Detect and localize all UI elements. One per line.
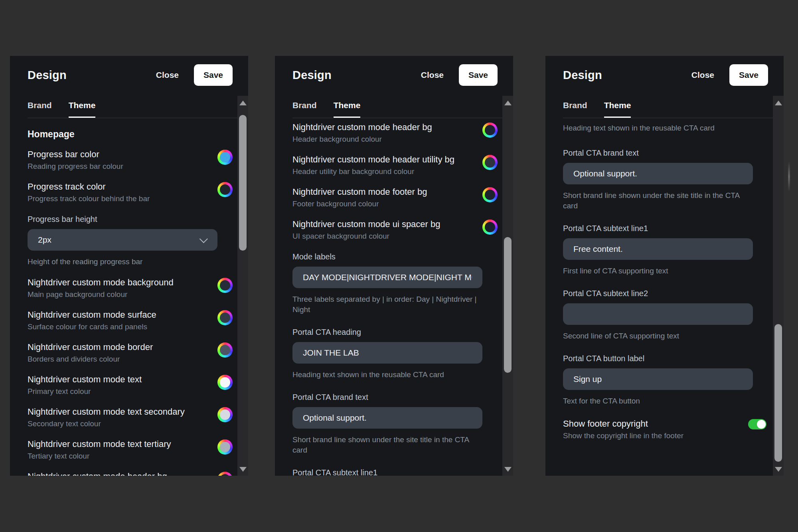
setting-title: Progress track color [28, 182, 217, 192]
field-label: Portal CTA subtext line1 [292, 467, 482, 476]
setting-row-nd-header-utility-bg: Nightdriver custom mode header utility b… [292, 154, 482, 176]
field-helper: Heading text shown in the reusable CTA c… [563, 123, 753, 133]
color-wheel-swatch[interactable] [217, 472, 233, 476]
tab-brand[interactable]: Brand [28, 101, 52, 118]
field-helper: Three labels separated by | in order: Da… [292, 294, 482, 315]
field-label: Portal CTA button label [563, 353, 753, 364]
color-wheel-swatch[interactable] [217, 182, 233, 197]
tab-bar: Brand Theme [28, 101, 248, 118]
setting-desc: Main page background colour [28, 290, 217, 299]
swatch-fill [220, 312, 230, 323]
field-label: Portal CTA subtext line1 [563, 223, 753, 233]
panel-header: Design Close Save [545, 56, 784, 86]
setting-group-progress-bar-height: Progress bar height 2px Height of the re… [28, 214, 217, 267]
setting-title: Nightdriver custom mode header bg [292, 122, 482, 133]
scrollbar-thumb[interactable] [774, 324, 782, 462]
swatch-fill [220, 152, 230, 162]
page-title: Design [292, 69, 332, 82]
color-wheel-swatch[interactable] [482, 220, 498, 235]
page-title: Design [563, 69, 602, 82]
save-button[interactable]: Save [459, 64, 498, 86]
portal-cta-subtext1-input[interactable] [563, 238, 753, 260]
close-button[interactable]: Close [691, 70, 714, 80]
swatch-fill [220, 409, 230, 420]
scroll-up-arrow-icon[interactable] [239, 101, 247, 105]
setting-title: Nightdriver custom mode text tertiary [28, 439, 217, 449]
color-wheel-swatch[interactable] [217, 407, 233, 422]
scroll-down-arrow-icon[interactable] [239, 467, 247, 472]
color-wheel-swatch[interactable] [217, 278, 233, 293]
progress-bar-height-select[interactable]: 2px [28, 229, 217, 251]
setting-desc: Secondary text colour [28, 419, 217, 429]
scrollbar-thumb[interactable] [504, 237, 512, 373]
color-wheel-swatch[interactable] [482, 187, 498, 202]
mode-labels-input[interactable] [292, 267, 482, 288]
portal-cta-subtext2-input[interactable] [563, 303, 753, 325]
setting-group-mode-labels: Mode labels Three labels separated by | … [292, 251, 482, 315]
scrollbar-thumb[interactable] [239, 115, 247, 251]
field-helper: Height of the reading progress bar [28, 257, 217, 267]
portal-cta-heading-input[interactable] [292, 342, 482, 364]
save-button[interactable]: Save [194, 64, 233, 86]
portal-cta-brand-text-input[interactable] [292, 407, 482, 429]
swatch-fill [220, 280, 230, 291]
swatch-fill [485, 190, 495, 200]
color-wheel-swatch[interactable] [482, 155, 498, 170]
field-helper: First line of CTA supporting text [563, 266, 753, 276]
color-wheel-swatch[interactable] [217, 375, 233, 390]
setting-group-portal-cta-button-label: Portal CTA button label Text for the CTA… [563, 353, 753, 406]
scroll-down-arrow-icon[interactable] [504, 467, 512, 472]
scroll-up-arrow-icon[interactable] [775, 101, 782, 105]
scroll-down-arrow-icon[interactable] [775, 467, 782, 472]
tab-theme[interactable]: Theme [334, 101, 361, 118]
setting-title: Nightdriver custom mode text secondary [28, 407, 217, 417]
color-wheel-swatch[interactable] [217, 150, 233, 165]
close-button[interactable]: Close [421, 70, 444, 80]
color-wheel-swatch[interactable] [217, 310, 233, 325]
toggle-knob [757, 420, 766, 429]
setting-title: Nightdriver custom mode header utility b… [292, 154, 482, 165]
field-helper: Short brand line shown under the site ti… [292, 435, 482, 455]
color-wheel-swatch[interactable] [217, 439, 233, 455]
portal-cta-brand-text-input[interactable] [563, 163, 753, 184]
close-button[interactable]: Close [156, 70, 179, 80]
panel-header: Design Close Save [275, 56, 513, 86]
color-wheel-swatch[interactable] [482, 123, 498, 138]
setting-row-nd-footer-bg: Nightdriver custom mode footer bg Footer… [292, 187, 482, 209]
setting-group-portal-cta-brand-text: Portal CTA brand text Short brand line s… [563, 148, 753, 211]
design-panel-2: Design Close Save Brand Theme Nightdrive… [275, 56, 513, 476]
section-heading: Homepage [28, 129, 217, 140]
tab-brand[interactable]: Brand [292, 101, 317, 118]
select-value: 2px [38, 235, 51, 245]
footer-copyright-toggle[interactable] [748, 419, 766, 429]
setting-row-nd-surface: Nightdriver custom mode surface Surface … [28, 310, 217, 332]
setting-desc: UI spacer background colour [292, 231, 482, 241]
color-wheel-swatch[interactable] [217, 342, 233, 358]
setting-title: Progress bar color [28, 149, 217, 160]
field-label: Portal CTA subtext line2 [563, 288, 753, 299]
setting-row-progress-track-color: Progress track color Progress track colo… [28, 182, 217, 204]
setting-title: Nightdriver custom mode text [28, 374, 217, 385]
save-button[interactable]: Save [729, 64, 768, 86]
scroll-up-arrow-icon[interactable] [504, 101, 512, 105]
setting-desc: Header utility bar background colour [292, 167, 482, 176]
portal-cta-button-label-input[interactable] [563, 368, 753, 390]
setting-group-portal-cta-brand-text: Portal CTA brand text Short brand line s… [292, 392, 482, 455]
setting-row-progress-bar-color: Progress bar color Reading progress bar … [28, 149, 217, 171]
setting-row-nd-text-secondary: Nightdriver custom mode text secondary S… [28, 407, 217, 429]
setting-row-nd-background: Nightdriver custom mode background Main … [28, 277, 217, 299]
setting-group-portal-cta-subtext2: Portal CTA subtext line2 Second line of … [563, 288, 753, 341]
setting-title: Nightdriver custom mode footer bg [292, 187, 482, 197]
tab-theme[interactable]: Theme [69, 101, 96, 118]
field-label: Portal CTA brand text [292, 392, 482, 402]
swatch-fill [485, 222, 495, 232]
swatch-fill [220, 474, 230, 476]
panel-scrollbar [502, 96, 513, 476]
swatch-fill [220, 345, 230, 355]
swatch-fill [485, 157, 495, 168]
field-label: Portal CTA heading [292, 327, 482, 337]
setting-title: Nightdriver custom mode ui spacer bg [292, 219, 482, 229]
tab-brand[interactable]: Brand [563, 101, 587, 118]
tab-bar: Brand Theme [292, 101, 513, 118]
tab-theme[interactable]: Theme [604, 101, 631, 118]
